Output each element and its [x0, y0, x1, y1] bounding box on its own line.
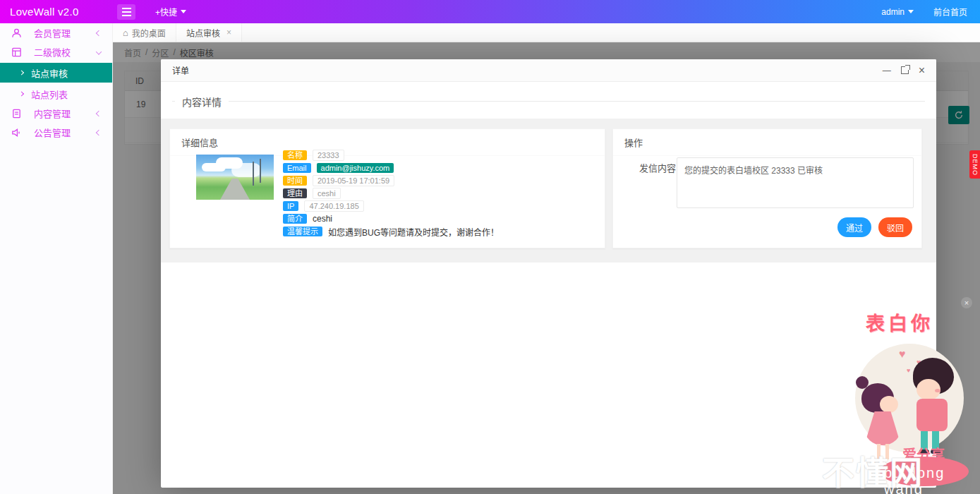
sidebar: 会员管理 二级微校 站点审核 站点列表 内容管理 — [0, 23, 113, 494]
username: admin — [881, 7, 905, 17]
chevron-down-icon — [181, 10, 186, 13]
field-value: 2019-05-19 17:01:59 — [313, 175, 394, 186]
chevron-right-icon — [19, 91, 24, 96]
hamburger-menu-icon[interactable] — [117, 4, 135, 20]
document-icon — [11, 108, 22, 119]
frontend-home-link[interactable]: 前台首页 — [933, 6, 967, 18]
user-menu[interactable]: admin — [881, 7, 914, 17]
chevron-down-icon — [96, 49, 102, 54]
field-intro: 简介 ceshi — [283, 214, 499, 224]
top-bar: LoveWall v2.0 +快捷 admin 前台首页 — [0, 0, 980, 23]
field-value: 23333 — [313, 150, 344, 161]
maximize-icon[interactable] — [901, 66, 909, 74]
app-frame: LoveWall v2.0 +快捷 admin 前台首页 会员管理 — [0, 0, 980, 494]
field-label-badge: 简介 — [283, 214, 307, 224]
tab-label: 我的桌面 — [132, 27, 166, 39]
field-label-badge: Email — [283, 163, 311, 173]
user-icon — [11, 28, 22, 38]
field-ip: IP 47.240.19.185 — [283, 201, 499, 211]
field-label-badge: 名称 — [283, 150, 307, 160]
field-email: Email admin@jishuzy.com — [283, 163, 499, 173]
chevron-left-icon — [96, 129, 102, 135]
home-icon: ⌂ — [123, 28, 128, 37]
sidebar-item-label: 公告管理 — [34, 126, 71, 139]
sidebar-subitem-site-list[interactable]: 站点列表 — [0, 84, 112, 104]
grid-icon — [11, 47, 22, 57]
sidebar-item-label: 二级微校 — [34, 45, 71, 59]
site-cover-image — [196, 155, 274, 200]
detail-modal: 详单 — × 内容详情 详细信息 名称 23333 — [161, 59, 936, 488]
ribbon-label: DEMO — [972, 154, 979, 176]
field-name: 名称 23333 — [283, 150, 499, 160]
details-fields: 名称 23333 Email admin@jishuzy.com 时间 2019… — [283, 150, 499, 239]
action-panel-title: 操作 — [613, 129, 921, 156]
reject-button[interactable]: 驳回 — [878, 217, 912, 237]
details-panel: 详细信息 名称 23333 Email admin@jishuzy.com 时间 — [169, 128, 605, 248]
field-time: 时间 2019-05-19 17:01:59 — [283, 176, 499, 186]
quick-menu[interactable]: +快捷 — [155, 6, 186, 18]
field-value: ceshi — [313, 188, 341, 199]
speaker-icon — [11, 127, 22, 138]
chevron-left-icon — [96, 110, 102, 116]
tab-label: 站点审核 — [186, 27, 220, 39]
sidebar-subitem-label: 站点审核 — [31, 66, 68, 80]
field-label-badge: 时间 — [283, 176, 307, 186]
sidebar-item-members[interactable]: 会员管理 — [0, 23, 112, 42]
tab-site-review[interactable]: 站点审核 × — [176, 23, 242, 42]
quick-menu-label: +快捷 — [155, 6, 177, 18]
message-textarea[interactable]: 您的提交的表白墙校区 23333 已审核 — [677, 157, 914, 208]
side-ribbon[interactable]: DEMO — [969, 150, 980, 179]
close-icon[interactable]: × — [961, 297, 972, 308]
action-panel: 操作 发信内容 您的提交的表白墙校区 23333 已审核 通过 驳回 — [612, 128, 922, 248]
field-value: 如您遇到BUG等问题请及时提交，谢谢合作！ — [328, 226, 499, 238]
field-reason: 理由 ceshi — [283, 188, 499, 198]
promo-title: 表白你 — [866, 308, 933, 336]
sidebar-item-announcement[interactable]: 公告管理 — [0, 123, 112, 142]
field-value: admin@jishuzy.com — [317, 163, 394, 173]
field-tip: 温馨提示 如您遇到BUG等问题请及时提交，谢谢合作！ — [283, 227, 499, 236]
approve-button[interactable]: 通过 — [837, 217, 871, 237]
field-value: 47.240.19.185 — [304, 200, 363, 212]
minimize-icon[interactable]: — — [883, 66, 891, 75]
modal-header: 详单 — × — [161, 59, 936, 82]
close-icon[interactable]: × — [919, 65, 925, 76]
field-label-badge: 理由 — [283, 188, 307, 198]
message-field-label: 发信内容 — [639, 161, 676, 174]
watermark-title: 不懂网 — [822, 447, 924, 493]
chevron-left-icon — [96, 30, 102, 35]
section-divider — [172, 101, 925, 102]
field-label-badge: 温馨提示 — [283, 227, 322, 236]
sidebar-subitem-label: 站点列表 — [31, 88, 68, 101]
field-value: ceshi — [313, 214, 332, 224]
section-title: 内容详情 — [175, 95, 229, 109]
modal-body: 详细信息 名称 23333 Email admin@jishuzy.com 时间 — [161, 119, 936, 263]
modal-title: 详单 — [172, 64, 189, 76]
sidebar-subitem-site-review[interactable]: 站点审核 — [0, 63, 112, 83]
sidebar-item-label: 会员管理 — [34, 26, 71, 40]
heart-icon: ♥ — [899, 348, 906, 361]
close-icon[interactable]: × — [226, 28, 231, 37]
sidebar-item-campus[interactable]: 二级微校 — [0, 42, 112, 61]
sidebar-item-label: 内容管理 — [34, 107, 71, 120]
tab-desktop[interactable]: ⌂ 我的桌面 — [113, 23, 176, 42]
field-label-badge: IP — [283, 201, 298, 211]
tab-bar: ⌂ 我的桌面 站点审核 × — [113, 23, 980, 42]
chevron-right-icon — [19, 70, 24, 75]
chevron-down-icon — [908, 10, 914, 13]
sidebar-item-content[interactable]: 内容管理 — [0, 104, 112, 123]
heart-icon: ♥ — [907, 367, 910, 374]
app-title: LoveWall v2.0 — [0, 6, 113, 18]
